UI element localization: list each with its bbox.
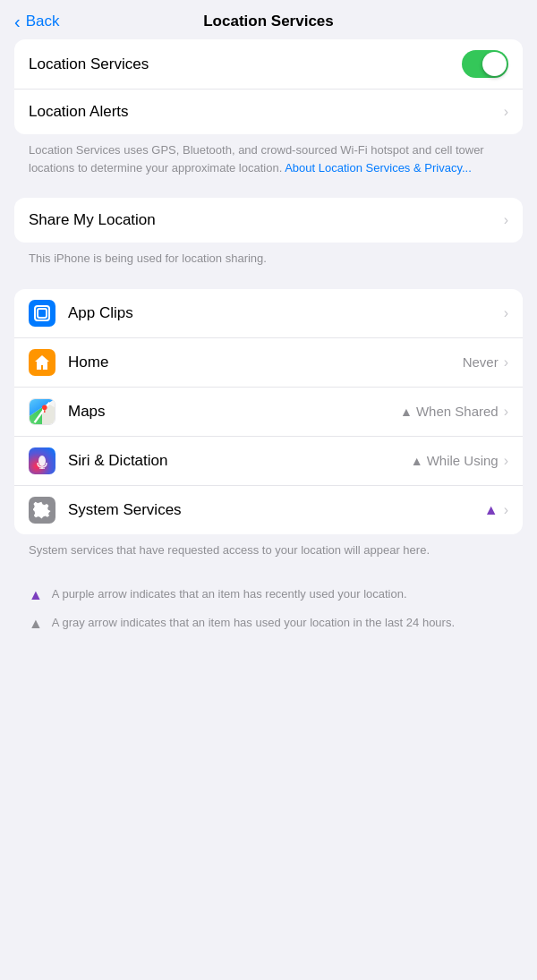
legend-item-purple: ▲ A purple arrow indicates that an item …: [14, 580, 523, 609]
siri-value: ▲ While Using: [411, 453, 499, 468]
share-location-description: This iPhone is being used for location s…: [14, 243, 523, 282]
system-services-value: ▲: [484, 502, 499, 518]
location-card: Location Services Location Alerts ›: [14, 39, 523, 134]
legend-gray-arrow-icon: ▲: [29, 616, 43, 632]
location-description: Location Services uses GPS, Bluetooth, a…: [14, 134, 523, 191]
system-services-icon: [29, 497, 55, 524]
share-my-location-row[interactable]: Share My Location ›: [14, 198, 523, 243]
legend-item-gray: ▲ A gray arrow indicates that an item ha…: [14, 609, 523, 637]
app-clips-row[interactable]: App Clips ›: [14, 289, 523, 338]
chevron-right-icon: ›: [504, 104, 508, 120]
legend-purple-arrow-icon: ▲: [29, 587, 43, 603]
svg-point-6: [42, 405, 47, 410]
legend-section: ▲ A purple arrow indicates that an item …: [14, 580, 523, 637]
apps-card: App Clips › Home Never ›: [14, 289, 523, 534]
maps-value: ▲ When Shared: [400, 404, 499, 419]
location-services-toggle[interactable]: [462, 50, 508, 78]
chevron-right-icon: ›: [504, 305, 508, 321]
maps-row[interactable]: Maps ▲ When Shared ›: [14, 388, 523, 437]
system-arrow-icon: ▲: [484, 502, 499, 518]
privacy-link[interactable]: About Location Services & Privacy...: [285, 161, 472, 175]
chevron-right-icon: ›: [504, 404, 508, 420]
section-apps: App Clips › Home Never ›: [14, 289, 523, 574]
home-app-icon: [29, 349, 55, 376]
back-button[interactable]: ‹ Back: [14, 12, 59, 32]
home-label: Home: [68, 354, 463, 371]
home-value: Never: [463, 354, 499, 370]
home-row[interactable]: Home Never ›: [14, 338, 523, 388]
header: ‹ Back Location Services: [0, 0, 537, 39]
toggle-knob: [482, 52, 507, 76]
location-alerts-label: Location Alerts: [29, 103, 499, 121]
legend-gray-text: A gray arrow indicates that an item has …: [52, 614, 455, 632]
app-clips-label: App Clips: [68, 304, 499, 322]
chevron-right-icon: ›: [504, 212, 508, 228]
app-clips-icon: [29, 300, 55, 327]
legend-purple-text: A purple arrow indicates that an item ha…: [52, 585, 407, 603]
siri-row[interactable]: Siri & Dictation ▲ While Using ›: [14, 437, 523, 486]
page-title: Location Services: [203, 13, 334, 30]
siri-app-icon: [29, 447, 55, 474]
location-alerts-row[interactable]: Location Alerts ›: [14, 89, 523, 134]
svg-point-7: [38, 456, 46, 466]
home-permission: Never: [463, 354, 499, 370]
location-services-row[interactable]: Location Services: [14, 39, 523, 89]
maps-app-icon: [29, 398, 55, 425]
location-services-label: Location Services: [29, 55, 462, 73]
chevron-right-icon: ›: [504, 502, 508, 518]
section-share-location: Share My Location › This iPhone is being…: [14, 198, 523, 282]
svg-rect-1: [38, 309, 47, 318]
share-location-card: Share My Location ›: [14, 198, 523, 243]
siri-label: Siri & Dictation: [68, 452, 411, 470]
siri-arrow-icon: ▲: [411, 454, 423, 468]
maps-permission: When Shared: [416, 404, 499, 419]
back-chevron-icon: ‹: [14, 12, 21, 32]
back-label: Back: [26, 13, 60, 30]
share-my-location-label: Share My Location: [29, 211, 499, 229]
section-location-services: Location Services Location Alerts › Loca…: [14, 39, 523, 191]
siri-permission: While Using: [427, 453, 499, 468]
chevron-right-icon: ›: [504, 453, 508, 469]
system-services-description: System services that have requested acce…: [14, 534, 523, 574]
chevron-right-icon: ›: [504, 354, 508, 371]
system-services-label: System Services: [68, 501, 484, 519]
maps-label: Maps: [68, 403, 400, 421]
system-services-row[interactable]: System Services ▲ ›: [14, 486, 523, 534]
maps-arrow-icon: ▲: [400, 405, 413, 419]
